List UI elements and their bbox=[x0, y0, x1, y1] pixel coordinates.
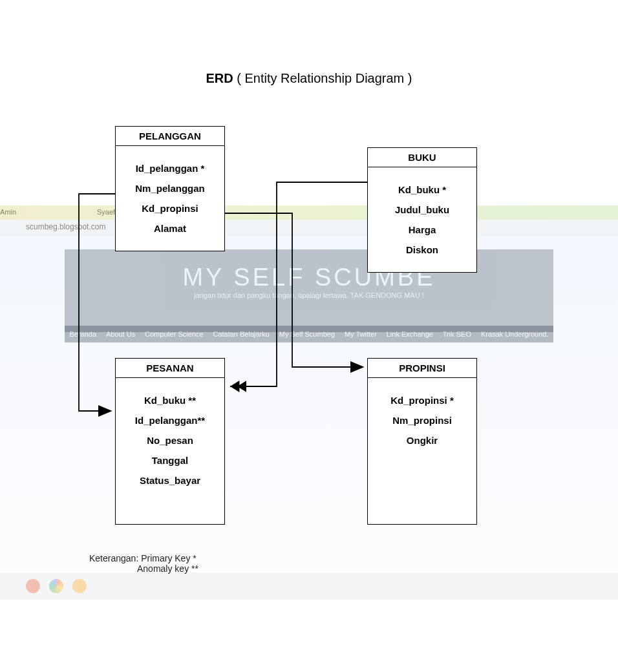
legend-line: Anomaly key ** bbox=[89, 563, 198, 574]
entity-pesanan: PESANAN Kd_buku ** Id_pelanggan** No_pes… bbox=[115, 358, 225, 525]
entity-attr: Status_bayar bbox=[121, 475, 219, 486]
entity-attr: Tanggal bbox=[121, 455, 219, 466]
entity-attr: Nm_pelanggan bbox=[121, 183, 219, 194]
entity-body: Kd_buku ** Id_pelanggan** No_pesan Tangg… bbox=[116, 378, 224, 503]
entity-attr: Id_pelanggan** bbox=[121, 415, 219, 426]
entity-attr: Ongkir bbox=[373, 435, 471, 446]
entity-body: Kd_buku * Judul_buku Harga Diskon bbox=[368, 167, 476, 272]
entity-header: PESANAN bbox=[116, 359, 224, 378]
legend-line: Keterangan: Primary Key * bbox=[89, 553, 198, 563]
legend: Keterangan: Primary Key * Anomaly key ** bbox=[89, 553, 198, 574]
entity-buku: BUKU Kd_buku * Judul_buku Harga Diskon bbox=[367, 147, 477, 273]
entity-body: Id_pelanggan * Nm_pelanggan Kd_propinsi … bbox=[116, 146, 224, 251]
entity-attr: Harga bbox=[373, 224, 471, 235]
entity-attr: Kd_buku * bbox=[373, 184, 471, 195]
entity-attr: Id_pelanggan * bbox=[121, 163, 219, 174]
entity-header: PROPINSI bbox=[368, 359, 476, 378]
entity-attr: Alamat bbox=[121, 223, 219, 234]
entity-header: PELANGGAN bbox=[116, 127, 224, 146]
entity-propinsi: PROPINSI Kd_propinsi * Nm_propinsi Ongki… bbox=[367, 358, 477, 525]
entity-attr: Diskon bbox=[373, 244, 471, 255]
entity-header: BUKU bbox=[368, 148, 476, 167]
entity-body: Kd_propinsi * Nm_propinsi Ongkir bbox=[368, 378, 476, 463]
entity-attr: Nm_propinsi bbox=[373, 415, 471, 426]
entity-attr: No_pesan bbox=[121, 435, 219, 446]
entity-attr: Judul_buku bbox=[373, 204, 471, 215]
entity-attr: Kd_buku ** bbox=[121, 395, 219, 406]
entity-attr: Kd_propinsi bbox=[121, 203, 219, 214]
entity-pelanggan: PELANGGAN Id_pelanggan * Nm_pelanggan Kd… bbox=[115, 126, 225, 251]
entity-attr: Kd_propinsi * bbox=[373, 395, 471, 406]
